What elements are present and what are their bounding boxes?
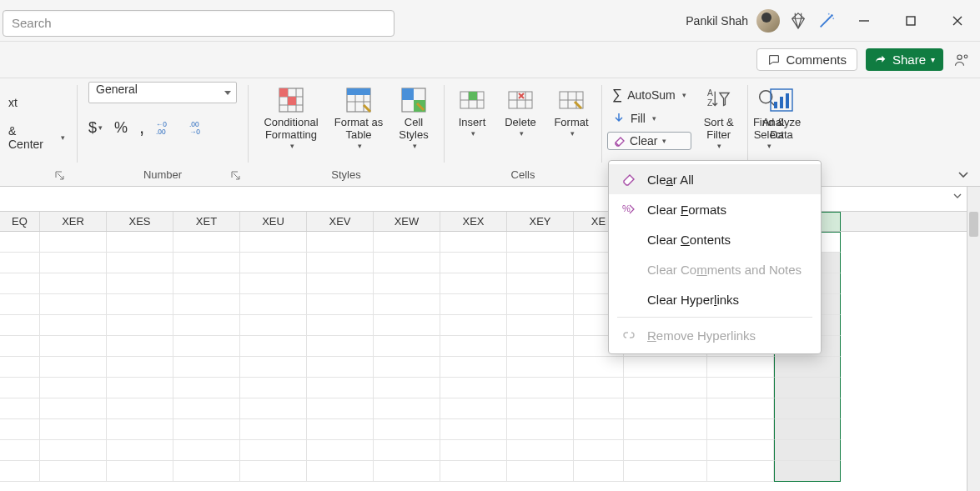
cell[interactable] [173, 419, 240, 440]
wand-icon[interactable] [817, 11, 837, 31]
increase-decimal-button[interactable]: ←0.00 [156, 118, 178, 137]
cell-styles-button[interactable]: Cell Styles ▾ [390, 82, 437, 150]
cell[interactable] [0, 398, 40, 419]
minimize-button[interactable] [845, 8, 883, 34]
dialog-launcher-icon[interactable] [55, 171, 67, 183]
cell[interactable] [0, 253, 40, 273]
cell[interactable] [440, 336, 507, 357]
column-header[interactable]: XEU [240, 212, 307, 231]
cell[interactable] [574, 357, 624, 378]
cell[interactable] [173, 378, 240, 398]
cell[interactable] [440, 315, 507, 336]
cell[interactable] [440, 273, 507, 294]
cell[interactable] [0, 315, 40, 336]
cell[interactable] [624, 398, 707, 419]
cell[interactable] [107, 232, 173, 253]
cell[interactable] [707, 357, 774, 378]
cell[interactable] [374, 378, 440, 398]
cell[interactable] [173, 294, 240, 315]
column-header[interactable]: EQ [0, 212, 40, 231]
coauthor-icon[interactable] [952, 50, 972, 70]
merge-center-button[interactable]: & Center ▾ [3, 123, 70, 153]
cell[interactable] [574, 440, 624, 461]
cell[interactable] [240, 461, 307, 482]
grid[interactable] [0, 232, 980, 482]
cell[interactable] [374, 253, 440, 273]
cell[interactable] [307, 273, 374, 294]
clear-contents-item[interactable]: Clear Contents [609, 224, 821, 254]
cell[interactable] [774, 357, 841, 378]
cell[interactable] [307, 378, 374, 398]
cell[interactable] [40, 440, 107, 461]
wrap-text-button[interactable]: xt [3, 94, 23, 111]
cell[interactable] [240, 232, 307, 253]
cell[interactable] [707, 440, 774, 461]
cell[interactable] [307, 440, 374, 461]
cell[interactable] [374, 440, 440, 461]
cell[interactable] [107, 253, 173, 273]
cell[interactable] [107, 440, 173, 461]
sort-filter-button[interactable]: AZ Sort & Filter ▾ [696, 82, 741, 150]
cell[interactable] [173, 357, 240, 378]
cell[interactable] [507, 419, 574, 440]
clear-button[interactable]: Clear ▾ [607, 132, 691, 150]
fill-button[interactable]: Fill ▾ [607, 110, 691, 127]
cell[interactable] [507, 461, 574, 482]
cell[interactable] [107, 357, 173, 378]
cell[interactable] [307, 232, 374, 253]
dialog-launcher-icon[interactable] [231, 171, 243, 183]
cell[interactable] [240, 336, 307, 357]
cell[interactable] [374, 336, 440, 357]
cell[interactable] [574, 398, 624, 419]
cell[interactable] [707, 419, 774, 440]
cell[interactable] [107, 294, 173, 315]
cell[interactable] [774, 419, 841, 440]
expand-formula-bar-button[interactable] [952, 190, 963, 202]
share-button[interactable]: Share ▾ [866, 48, 943, 71]
cell[interactable] [0, 419, 40, 440]
cell[interactable] [440, 232, 507, 253]
cell[interactable] [40, 253, 107, 273]
cell[interactable] [173, 398, 240, 419]
cell[interactable] [0, 357, 40, 378]
cell[interactable] [40, 419, 107, 440]
comma-format-button[interactable]: , [139, 117, 144, 138]
cell[interactable] [624, 440, 707, 461]
cell[interactable] [307, 419, 374, 440]
column-header[interactable]: XET [173, 212, 240, 231]
cell[interactable] [240, 357, 307, 378]
cell[interactable] [624, 357, 707, 378]
cell[interactable] [507, 315, 574, 336]
cell[interactable] [374, 357, 440, 378]
cell[interactable] [307, 357, 374, 378]
search-input[interactable]: Search [3, 10, 395, 37]
cell[interactable] [173, 273, 240, 294]
cell[interactable] [40, 315, 107, 336]
format-as-table-button[interactable]: Format as Table ▾ [332, 82, 385, 150]
cell[interactable] [173, 253, 240, 273]
cell[interactable] [440, 440, 507, 461]
cell[interactable] [440, 398, 507, 419]
cell[interactable] [0, 461, 40, 482]
cell[interactable] [307, 336, 374, 357]
comments-button[interactable]: Comments [756, 48, 857, 71]
cell[interactable] [507, 357, 574, 378]
autosum-button[interactable]: ∑ AutoSum ▾ [607, 85, 691, 105]
cell[interactable] [574, 378, 624, 398]
cell[interactable] [107, 336, 173, 357]
column-header[interactable]: XER [40, 212, 107, 231]
maximize-button[interactable] [892, 8, 930, 34]
cell[interactable] [0, 294, 40, 315]
diamond-icon[interactable] [788, 11, 808, 31]
cell[interactable] [507, 232, 574, 253]
cell[interactable] [507, 294, 574, 315]
cell[interactable] [240, 253, 307, 273]
conditional-formatting-button[interactable]: Conditional Formatting ▾ [255, 82, 327, 150]
clear-hyperlinks-item[interactable]: Clear Hyperlinks [609, 284, 821, 314]
cell[interactable] [0, 232, 40, 253]
cell[interactable] [40, 461, 107, 482]
cell[interactable] [774, 398, 841, 419]
cell[interactable] [240, 419, 307, 440]
cell[interactable] [173, 336, 240, 357]
percent-format-button[interactable]: % [114, 119, 128, 137]
